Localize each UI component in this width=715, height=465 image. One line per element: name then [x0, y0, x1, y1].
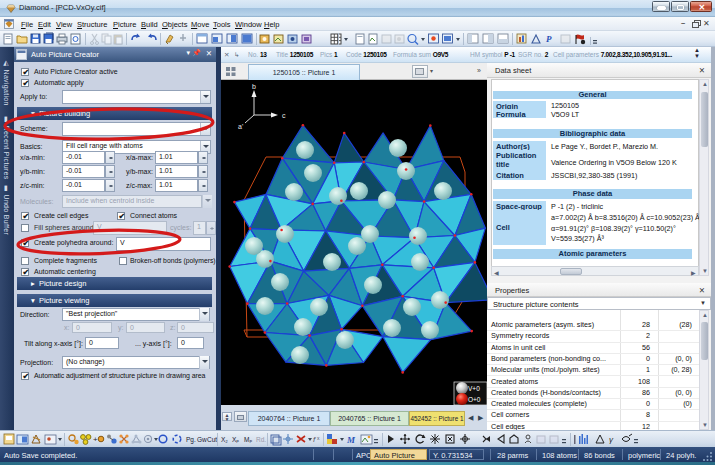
svg-text:P: P [546, 34, 552, 44]
svg-text:a': a' [238, 123, 243, 130]
svg-text:f: f [313, 435, 316, 444]
svg-text:γ: γ [609, 435, 614, 444]
svg-text:Gw: Gw [197, 436, 207, 443]
svg-text:Xₚ: Xₚ [232, 436, 239, 443]
svg-text:X₂: X₂ [221, 436, 228, 443]
svg-text:V+0: V+0 [468, 385, 480, 392]
svg-text:c: c [282, 112, 286, 119]
svg-text:Mₚ: Mₚ [244, 436, 252, 443]
svg-text:b: b [252, 83, 256, 90]
svg-text:+: + [93, 435, 98, 444]
svg-text:O+0: O+0 [468, 396, 481, 403]
svg-text:Cut: Cut [207, 436, 217, 443]
svg-text:Pg.: Pg. [186, 436, 196, 444]
svg-text:M: M [346, 435, 356, 445]
svg-text:Rd.: Rd. [256, 436, 266, 443]
svg-text:x: x [317, 435, 320, 441]
